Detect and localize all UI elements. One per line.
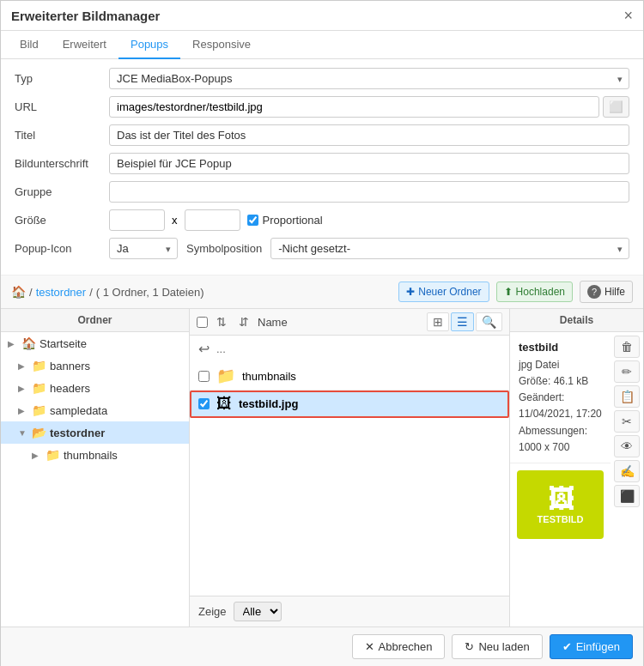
file-list-panel: ⇅ ⇵ Name ⊞ ☰ 🔍 ↩ ... 📁 <box>190 309 510 627</box>
tab-bild[interactable]: Bild <box>8 31 51 59</box>
breadcrumb-info: ( 1 Ordner, 1 Dateien) <box>96 286 204 299</box>
tree-item-banners[interactable]: ▶ 📁 banners <box>1 354 189 377</box>
tree-item-thumbnails[interactable]: ▶ 📁 thumbnails <box>1 444 189 466</box>
details-thumb: 🖼 TESTBILD <box>517 470 604 539</box>
bildunterschrift-input[interactable] <box>109 153 629 174</box>
breadcrumb: 🏠 / testordner / ( 1 Ordner, 1 Dateien) <box>11 285 204 299</box>
preview-button[interactable]: 👁 <box>614 435 640 457</box>
rename-button[interactable]: ✍ <box>614 460 640 482</box>
new-folder-label: Neuer Ordner <box>418 286 481 298</box>
home-icon[interactable]: 🏠 <box>11 285 26 299</box>
details-info: testbild jpg Datei Größe: 46.1 kB Geände… <box>510 332 611 463</box>
tab-responsive[interactable]: Responsive <box>180 31 263 59</box>
chevron-testordner: ▼ <box>18 428 28 438</box>
details-main: testbild jpg Datei Größe: 46.1 kB Geände… <box>510 332 611 627</box>
cut-button[interactable]: ✂ <box>614 410 640 433</box>
back-label: ... <box>216 342 226 355</box>
sort-asc-button[interactable]: ⇅ <box>213 313 230 330</box>
tree-label-banners: banners <box>50 360 90 372</box>
proportional-checkbox[interactable] <box>247 215 258 226</box>
chevron-banners: ▶ <box>18 361 28 371</box>
file-list: ↩ ... 📁 thumbnails 🖼 testbild.jpg <box>190 336 509 596</box>
tree-item-testordner[interactable]: ▼ 📂 testordner <box>1 421 189 444</box>
url-input[interactable] <box>109 96 599 118</box>
copy-button[interactable]: 📋 <box>614 385 640 408</box>
file-checkbox-thumbnails[interactable] <box>198 371 210 382</box>
popup-icon-select[interactable]: Ja <box>109 238 178 259</box>
height-input[interactable] <box>185 209 240 231</box>
file-label-thumbnails: thumbnails <box>242 370 296 383</box>
edit-button[interactable]: ✏ <box>614 360 640 383</box>
upload-icon: ⬆ <box>504 286 513 298</box>
details-file-name: testbild <box>519 339 602 357</box>
delete-button[interactable]: 🗑 <box>614 336 640 358</box>
typ-select[interactable]: JCE MediaBox-Popups <box>109 68 629 89</box>
reload-button[interactable]: ↻ Neu laden <box>452 634 542 659</box>
upload-button[interactable]: ⬆ Hochladen <box>496 282 573 302</box>
file-item-testbild[interactable]: 🖼 testbild.jpg <box>190 391 509 418</box>
new-folder-icon: ✚ <box>406 286 415 298</box>
breadcrumb-sep1: / <box>29 286 33 299</box>
symbolposition-select-wrap: -Nicht gesetzt- ▾ <box>270 238 629 259</box>
help-label: Hilfe <box>605 286 625 298</box>
typ-label: Typ <box>15 72 109 85</box>
dialog-title: Erweiterter Bildmanager <box>11 9 160 23</box>
breadcrumb-folder[interactable]: testordner <box>36 286 87 299</box>
tree-item-startseite[interactable]: ▶ 🏠 Startseite <box>1 332 189 354</box>
browser-main: Ordner ▶ 🏠 Startseite ▶ 📁 banners ▶ 📁 he… <box>1 309 643 627</box>
tree-item-headers[interactable]: ▶ 📁 headers <box>1 377 189 399</box>
insert-button[interactable]: ✔ Einfügen <box>550 634 633 659</box>
back-item[interactable]: ↩ ... <box>190 336 509 362</box>
tab-bar: Bild Erweitert Popups Responsive <box>1 31 643 59</box>
home-folder-icon: 🏠 <box>21 336 36 350</box>
tab-erweitert[interactable]: Erweitert <box>51 31 118 59</box>
popup-icon-controls: Ja ▾ Symbolposition -Nicht gesetzt- ▾ <box>109 238 629 259</box>
help-icon: ? <box>587 285 601 299</box>
size-separator: x <box>172 214 178 227</box>
dialog-footer: ✕ Abbrechen ↻ Neu laden ✔ Einfügen <box>1 627 643 666</box>
file-list-footer: Zeige Alle 10 25 50 <box>190 596 509 627</box>
reload-icon: ↻ <box>465 640 474 653</box>
search-button[interactable]: 🔍 <box>476 312 502 331</box>
bildunterschrift-row: Bildunterschrift <box>15 153 629 174</box>
tree-item-sampledata[interactable]: ▶ 📁 sampledata <box>1 399 189 421</box>
folder-icon-banners: 📁 <box>32 359 46 372</box>
insert-icon: ✔ <box>562 640 572 653</box>
titel-input[interactable] <box>109 124 629 146</box>
folder-icon-thumbnails: 📁 <box>46 448 60 462</box>
details-file-changed: Geändert: 11/04/2021, 17:20 <box>519 390 602 422</box>
tree-label-thumbnails: thumbnails <box>64 449 118 462</box>
gruppe-input[interactable] <box>109 181 629 203</box>
info-button[interactable]: ⬛ <box>614 485 640 507</box>
footer-select[interactable]: Alle 10 25 50 <box>234 602 282 621</box>
breadcrumb-sep2: / <box>89 286 93 299</box>
tab-popups[interactable]: Popups <box>118 31 180 59</box>
back-icon: ↩ <box>198 341 210 357</box>
cancel-button[interactable]: ✕ Abbrechen <box>352 634 446 659</box>
details-header: Details <box>510 309 643 332</box>
symbolposition-select[interactable]: -Nicht gesetzt- <box>270 238 629 259</box>
popup-icon-label: Popup-Icon <box>15 242 109 255</box>
help-button[interactable]: ? Hilfe <box>580 281 633 303</box>
gruppe-label: Gruppe <box>15 185 109 198</box>
file-label-testbild: testbild.jpg <box>239 397 298 410</box>
url-browse-button[interactable]: ⬜ <box>603 96 629 118</box>
details-file-dimensions: Abmessungen: 1000 x 700 <box>519 423 602 456</box>
file-checkbox-testbild[interactable] <box>198 398 210 409</box>
view-buttons: ⊞ ☰ 🔍 <box>427 312 502 331</box>
select-all-checkbox[interactable] <box>197 317 208 328</box>
new-folder-button[interactable]: ✚ Neuer Ordner <box>398 282 489 302</box>
breadcrumb-actions: ✚ Neuer Ordner ⬆ Hochladen ? Hilfe <box>398 281 633 303</box>
file-item-thumbnails[interactable]: 📁 thumbnails <box>190 362 509 391</box>
sort-desc-button[interactable]: ⇵ <box>235 313 252 330</box>
close-button[interactable]: × <box>623 8 633 23</box>
tree-label-testordner: testordner <box>50 427 105 439</box>
popup-icon-select-wrap: Ja ▾ <box>109 238 178 259</box>
tree-label-startseite: Startseite <box>39 337 87 350</box>
bildunterschrift-label: Bildunterschrift <box>15 157 109 170</box>
upload-label: Hochladen <box>516 286 565 298</box>
thumb-icon: 🖼 <box>548 485 574 514</box>
grid-view-button[interactable]: ⊞ <box>427 312 449 331</box>
width-input[interactable] <box>109 209 165 231</box>
list-view-button[interactable]: ☰ <box>451 312 474 331</box>
